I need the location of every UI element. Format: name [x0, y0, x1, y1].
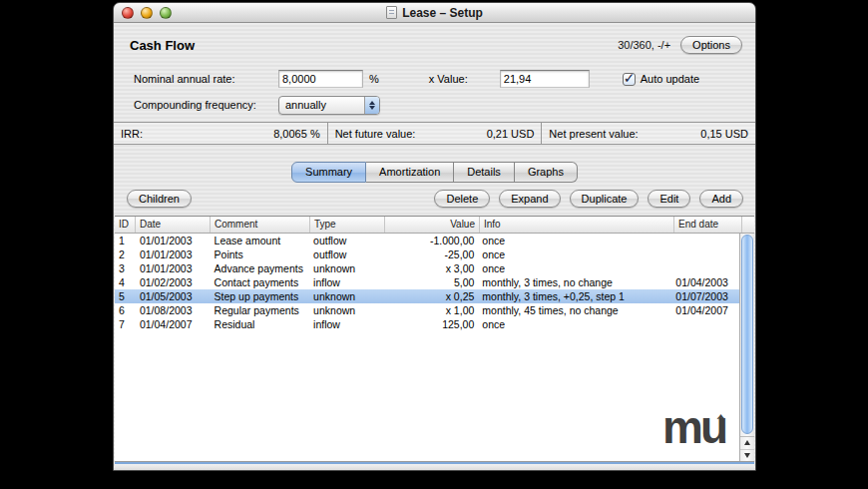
options-button[interactable]: Options — [680, 36, 742, 54]
nominal-rate-label: Nominal annual rate: — [134, 73, 278, 85]
tab-bar: Summary Amortization Details Graphs — [114, 162, 755, 183]
cell-type: inflow — [309, 275, 384, 289]
cell-date: 01/04/2007 — [136, 317, 211, 331]
cell-id: 5 — [115, 289, 136, 303]
duplicate-button[interactable]: Duplicate — [570, 190, 640, 208]
window-title-area: Lease – Setup — [386, 6, 483, 20]
table-row[interactable]: 401/02/2003Contact paymentsinflow5,00mon… — [115, 275, 739, 289]
arrow-up-icon — [369, 101, 375, 105]
scrollbar-thumb[interactable] — [741, 235, 753, 434]
irr-value: 8,0065 % — [273, 128, 319, 140]
cell-end_date — [671, 317, 739, 331]
popup-stepper-icon — [364, 97, 379, 114]
toolbar: Children Delete Expand Duplicate Edit Ad… — [127, 190, 743, 208]
document-icon — [386, 6, 397, 19]
header-row: Cash Flow 30/360, -/+ Options — [114, 23, 755, 67]
traffic-lights — [122, 7, 172, 19]
app-window: Lease – Setup Cash Flow 30/360, -/+ Opti… — [113, 2, 756, 471]
cell-date: 01/08/2003 — [136, 303, 211, 317]
cell-date: 01/05/2003 — [136, 289, 211, 303]
rate-form-row: Nominal annual rate: % x Value: Auto upd… — [114, 67, 755, 91]
table-row[interactable]: 601/08/2003Regular paymentsunknownx 1,00… — [115, 303, 739, 317]
cell-value: -25,00 — [384, 247, 479, 261]
table-row[interactable]: 301/01/2003Advance paymentsunknownx 3,00… — [115, 261, 739, 275]
cell-info: monthly, 45 times, no change — [478, 303, 671, 317]
column-header-type[interactable]: Type — [310, 217, 385, 233]
cell-comment: Points — [211, 247, 310, 261]
cell-end_date — [671, 247, 739, 261]
macupdate-watermark: mu↑ — [662, 409, 740, 451]
expand-button[interactable]: Expand — [499, 190, 560, 208]
column-header-spacer — [742, 217, 754, 233]
auto-update-label: Auto update — [641, 73, 699, 85]
cell-id: 3 — [115, 261, 136, 275]
convention-label: 30/360, -/+ — [618, 39, 670, 51]
cell-comment: Step up payments — [211, 289, 310, 303]
net-future-value-cell: Net future value: 0,21 USD — [328, 123, 543, 144]
add-button[interactable]: Add — [699, 190, 743, 208]
column-header-id[interactable]: ID — [115, 217, 136, 233]
column-header-date[interactable]: Date — [136, 217, 211, 233]
nominal-rate-input[interactable] — [278, 70, 363, 88]
tab-details[interactable]: Details — [454, 162, 515, 183]
cell-end_date: 01/04/2003 — [671, 275, 739, 289]
cashflow-table: ID Date Comment Type Value Info End date… — [115, 216, 754, 462]
percent-suffix-label: % — [369, 73, 379, 85]
minimize-button[interactable] — [141, 7, 153, 19]
compounding-form-row: Compounding frequency: annually — [114, 93, 755, 117]
cell-value: -1.000,00 — [384, 234, 479, 247]
column-header-value[interactable]: Value — [385, 217, 480, 233]
scroll-down-button[interactable] — [740, 449, 754, 461]
cell-end_date — [671, 261, 739, 275]
cell-type: unknown — [309, 261, 384, 275]
cell-comment: Lease amount — [211, 234, 310, 247]
table-row[interactable]: 501/05/2003Step up paymentsunknownx 0,25… — [115, 289, 739, 303]
x-value-label: x Value: — [429, 73, 484, 85]
tab-summary[interactable]: Summary — [291, 162, 366, 183]
cell-id: 4 — [115, 275, 136, 289]
scroll-down-arrow-icon — [744, 453, 750, 458]
column-header-end-date[interactable]: End date — [674, 217, 742, 233]
delete-button[interactable]: Delete — [434, 190, 490, 208]
column-header-comment[interactable]: Comment — [211, 217, 310, 233]
cell-info: monthly, 3 times, +0,25, step 1 — [478, 289, 671, 303]
cell-info: once — [478, 247, 671, 261]
table-row[interactable]: 701/04/2007Residualinflow125,00once — [115, 317, 739, 331]
x-value-input[interactable] — [500, 70, 590, 88]
page-title: Cash Flow — [130, 38, 195, 53]
children-button[interactable]: Children — [127, 190, 192, 208]
summary-bar: IRR: 8,0065 % Net future value: 0,21 USD… — [114, 122, 755, 145]
header-right: 30/360, -/+ Options — [618, 36, 742, 54]
tab-amortization[interactable]: Amortization — [366, 162, 454, 183]
scroll-up-button[interactable] — [740, 436, 754, 448]
edit-button[interactable]: Edit — [648, 190, 690, 208]
watermark-arrow-icon: ↑ — [713, 404, 728, 437]
cell-date: 01/02/2003 — [136, 275, 211, 289]
tab-graphs[interactable]: Graphs — [515, 162, 578, 183]
cell-type: outflow — [309, 247, 384, 261]
toolbar-right: Delete Expand Duplicate Edit Add — [434, 190, 743, 208]
cell-id: 7 — [115, 317, 136, 331]
compounding-frequency-select[interactable]: annually — [278, 96, 380, 115]
cell-info: once — [478, 317, 671, 331]
column-header-info[interactable]: Info — [480, 217, 674, 233]
cell-value: 125,00 — [384, 317, 479, 331]
table-row[interactable]: 201/01/2003Pointsoutflow-25,00once — [115, 247, 739, 261]
horizontal-scrollbar[interactable] — [115, 462, 754, 470]
window-content: Cash Flow 30/360, -/+ Options Nominal an… — [114, 23, 755, 471]
arrow-down-icon — [369, 106, 375, 110]
auto-update-checkbox[interactable] — [623, 73, 636, 86]
zoom-button[interactable] — [160, 7, 172, 19]
cell-value: 5,00 — [384, 275, 479, 289]
titlebar[interactable]: Lease – Setup — [114, 3, 755, 23]
table-header: ID Date Comment Type Value Info End date — [115, 217, 754, 234]
scroll-up-arrow-icon — [744, 440, 750, 445]
vertical-scrollbar[interactable] — [739, 234, 754, 461]
cell-date: 01/01/2003 — [136, 247, 211, 261]
close-button[interactable] — [122, 7, 134, 19]
net-present-value-label: Net present value: — [549, 128, 638, 140]
table-row[interactable]: 101/01/2003Lease amountoutflow-1.000,00o… — [115, 234, 739, 247]
cell-id: 6 — [115, 303, 136, 317]
cell-type: unknown — [309, 289, 384, 303]
cell-id: 1 — [115, 234, 136, 247]
